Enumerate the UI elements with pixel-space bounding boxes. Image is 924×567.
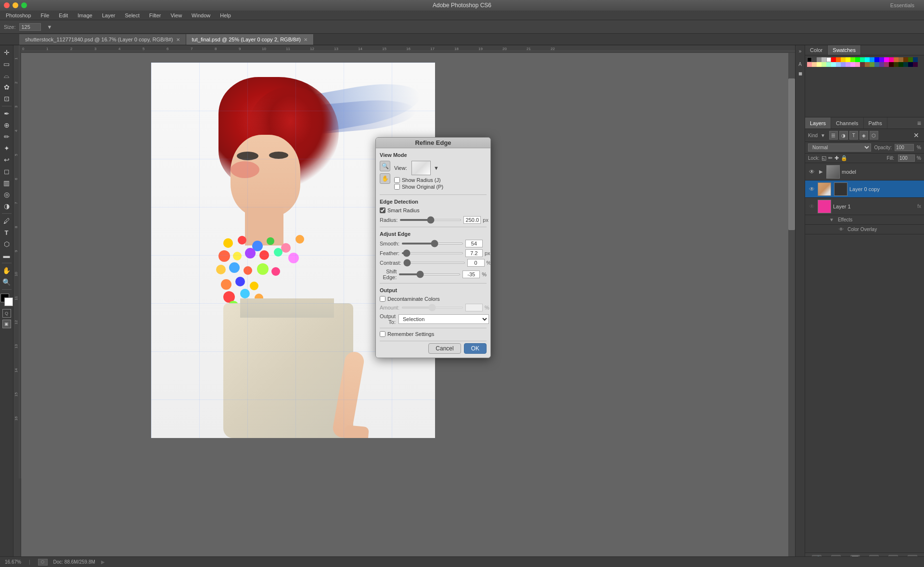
swatch[interactable] bbox=[846, 62, 850, 67]
swatch[interactable] bbox=[807, 62, 812, 67]
show-original-checkbox[interactable] bbox=[394, 184, 400, 190]
swatch[interactable] bbox=[908, 57, 913, 62]
swatch[interactable] bbox=[903, 57, 908, 62]
decontaminate-checkbox[interactable] bbox=[380, 296, 385, 302]
opacity-input[interactable] bbox=[895, 144, 914, 151]
radius-slider[interactable] bbox=[399, 219, 462, 221]
crop-tool[interactable]: ⊡ bbox=[1, 93, 12, 104]
eraser-tool[interactable]: ◻ bbox=[1, 166, 12, 177]
swatch[interactable] bbox=[817, 57, 821, 62]
layer-visibility-layer1[interactable]: 👁 bbox=[808, 203, 816, 210]
zoom-tool[interactable]: 🔍 bbox=[1, 277, 12, 287]
blur-tool[interactable]: ◎ bbox=[1, 189, 12, 200]
swatch[interactable] bbox=[836, 57, 841, 62]
cancel-button[interactable]: Cancel bbox=[428, 343, 461, 354]
dodge-tool[interactable]: ◑ bbox=[1, 201, 12, 211]
kind-filter-shape[interactable]: ◈ bbox=[860, 131, 868, 140]
status-arrow[interactable]: ▶ bbox=[101, 559, 105, 565]
kind-filter-adjustment[interactable]: ◑ bbox=[839, 131, 848, 140]
panel-icon-1[interactable]: A bbox=[796, 60, 804, 68]
show-radius-checkbox[interactable] bbox=[394, 177, 400, 183]
text-tool[interactable]: T bbox=[1, 227, 12, 238]
screen-mode[interactable]: ▣ bbox=[2, 320, 11, 328]
swatch[interactable] bbox=[855, 57, 860, 62]
kind-filter-type[interactable]: T bbox=[849, 131, 858, 140]
swatch[interactable] bbox=[879, 62, 884, 67]
menu-photoshop[interactable]: Photoshop bbox=[4, 13, 33, 18]
brush-tool[interactable]: ✏ bbox=[1, 131, 12, 142]
tab-channels[interactable]: Channels bbox=[831, 117, 863, 129]
kind-filter-smart[interactable]: ⬡ bbox=[870, 131, 878, 140]
swatch[interactable] bbox=[870, 62, 874, 67]
output-to-select[interactable]: Selection Layer Mask New Layer New Layer… bbox=[398, 314, 489, 324]
swatch[interactable] bbox=[874, 57, 879, 62]
swatch[interactable] bbox=[836, 62, 841, 67]
fill-input[interactable] bbox=[898, 155, 915, 162]
swatch[interactable] bbox=[874, 62, 879, 67]
smooth-slider[interactable] bbox=[401, 243, 463, 245]
swatch[interactable] bbox=[826, 62, 831, 67]
lock-position-icon[interactable]: ✚ bbox=[834, 155, 839, 161]
minimize-button[interactable] bbox=[13, 2, 18, 8]
layer-visibility-layer0copy[interactable]: 👁 bbox=[808, 185, 816, 193]
clone-tool[interactable]: ✦ bbox=[1, 143, 12, 154]
contrast-slider[interactable] bbox=[403, 262, 465, 264]
tab-color[interactable]: Color bbox=[805, 45, 828, 55]
layer-effects-icon[interactable]: fx bbox=[917, 204, 921, 209]
swatch[interactable] bbox=[812, 57, 817, 62]
smart-radius-checkbox[interactable] bbox=[380, 207, 385, 213]
marquee-tool[interactable]: ▭ bbox=[1, 59, 12, 69]
maximize-button[interactable] bbox=[21, 2, 27, 8]
shift-edge-slider[interactable] bbox=[398, 273, 461, 275]
tab-tut-final[interactable]: tut_final.psd @ 25% (Layer 0 copy 2, RGB… bbox=[186, 34, 314, 45]
swatch[interactable] bbox=[831, 62, 836, 67]
quick-mask-mode[interactable]: Q bbox=[2, 309, 11, 318]
path-select-tool[interactable]: ⬡ bbox=[1, 239, 12, 249]
swatch[interactable] bbox=[884, 57, 889, 62]
layer-item-model[interactable]: 👁 ▶ model bbox=[805, 163, 924, 180]
panel-icon-2[interactable]: ◼ bbox=[796, 69, 804, 77]
layer-item-layer0copy[interactable]: 👁 Layer 0 copy bbox=[805, 180, 924, 198]
radius-value[interactable]: 250.0 bbox=[463, 216, 481, 224]
vertical-scroll-thumb[interactable] bbox=[788, 78, 795, 231]
menu-view[interactable]: View bbox=[168, 13, 184, 18]
lock-all-icon[interactable]: 🔒 bbox=[841, 155, 847, 161]
swatch[interactable] bbox=[817, 62, 821, 67]
quick-select-tool[interactable]: ✿ bbox=[1, 82, 12, 92]
move-tool[interactable]: ✛ bbox=[1, 47, 12, 58]
ok-button[interactable]: OK bbox=[464, 343, 487, 354]
layer-item-layer1[interactable]: 👁 Layer 1 fx bbox=[805, 198, 924, 215]
swatch[interactable] bbox=[889, 62, 894, 67]
background-color[interactable] bbox=[4, 297, 13, 306]
close-button[interactable] bbox=[4, 2, 10, 8]
swatch[interactable] bbox=[865, 62, 870, 67]
pen-tool[interactable]: 🖊 bbox=[1, 216, 12, 226]
history-tool[interactable]: ↩ bbox=[1, 155, 12, 165]
menu-image[interactable]: Image bbox=[76, 13, 94, 18]
essentials-label[interactable]: Essentials bbox=[890, 2, 914, 8]
tab-layers[interactable]: Layers bbox=[805, 117, 831, 129]
fg-bg-color-selector[interactable] bbox=[0, 294, 13, 306]
swatch[interactable] bbox=[898, 62, 903, 67]
healing-tool[interactable]: ⊕ bbox=[1, 120, 12, 130]
menu-window[interactable]: Window bbox=[190, 13, 212, 18]
swatch[interactable] bbox=[831, 57, 836, 62]
swatch[interactable] bbox=[812, 62, 817, 67]
layers-panel-menu[interactable]: ≡ bbox=[914, 119, 924, 127]
shift-edge-value[interactable]: -35 bbox=[462, 271, 480, 278]
panel-collapse-btn[interactable]: » bbox=[796, 47, 804, 55]
swatch[interactable] bbox=[913, 57, 918, 62]
amount-value[interactable] bbox=[465, 304, 483, 311]
view-dropdown-arrow[interactable]: ▼ bbox=[434, 165, 439, 171]
tab-swatches[interactable]: Swatches bbox=[828, 45, 861, 55]
swatch[interactable] bbox=[860, 57, 865, 62]
swatch[interactable] bbox=[894, 57, 898, 62]
amount-slider[interactable] bbox=[401, 307, 463, 309]
size-input[interactable] bbox=[19, 23, 41, 31]
swatch[interactable] bbox=[903, 62, 908, 67]
swatch[interactable] bbox=[870, 57, 874, 62]
menu-file[interactable]: File bbox=[39, 13, 51, 18]
menu-filter[interactable]: Filter bbox=[147, 13, 163, 18]
navigator-btn[interactable]: ⬡ bbox=[38, 559, 48, 566]
swatch[interactable] bbox=[908, 62, 913, 67]
